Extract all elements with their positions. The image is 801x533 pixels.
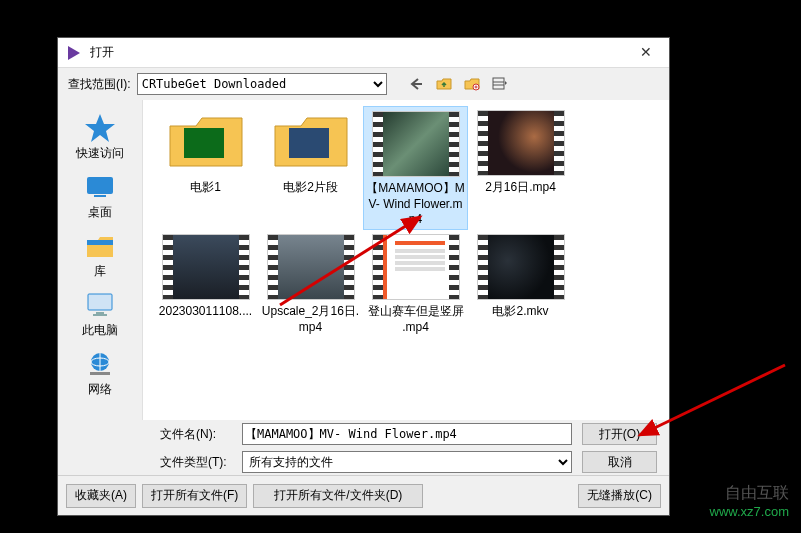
- cancel-button[interactable]: 取消: [582, 451, 657, 473]
- place-desktop[interactable]: 桌面: [65, 167, 135, 224]
- file-thumbnail: [372, 111, 460, 177]
- place-label: 快速访问: [65, 145, 135, 162]
- file-name: 202303011108....: [155, 304, 256, 320]
- place-label: 库: [65, 263, 135, 280]
- filename-row: 文件名(N): 打开(O): [148, 420, 669, 448]
- library-icon: [65, 229, 135, 263]
- svg-rect-20: [289, 128, 329, 158]
- new-folder-icon[interactable]: [461, 73, 483, 95]
- file-thumbnail: [477, 234, 565, 300]
- lookin-label: 查找范围(I):: [68, 76, 131, 93]
- place-label: 此电脑: [65, 322, 135, 339]
- svg-rect-19: [184, 128, 224, 158]
- filename-input[interactable]: [242, 423, 572, 445]
- svg-rect-10: [94, 195, 106, 197]
- back-icon[interactable]: [405, 73, 427, 95]
- file-name: 【MAMAMOO】MV- Wind Flower.mp4: [366, 181, 465, 223]
- app-play-icon: [66, 45, 82, 61]
- file-name: 电影2片段: [260, 180, 361, 196]
- view-menu-icon[interactable]: [489, 73, 511, 95]
- file-thumbnail: [477, 110, 565, 176]
- bottom-toolbar: 收藏夹(A) 打开所有文件(F) 打开所有文件/文件夹(D) 无缝播放(C): [58, 475, 669, 515]
- close-icon[interactable]: ✕: [631, 41, 661, 65]
- file-item[interactable]: 电影2片段: [258, 106, 363, 230]
- file-list-pane[interactable]: 电影1电影2片段【MAMAMOO】MV- Wind Flower.mp42月16…: [143, 100, 669, 420]
- places-sidebar: 快速访问 桌面 库 此电脑 网络: [58, 100, 143, 420]
- svg-marker-8: [85, 114, 115, 142]
- filetype-label: 文件类型(T):: [160, 454, 232, 471]
- svg-rect-5: [493, 78, 504, 89]
- open-all-files-folders-button[interactable]: 打开所有文件/文件夹(D): [253, 484, 423, 508]
- place-network[interactable]: 网络: [65, 344, 135, 401]
- place-libraries[interactable]: 库: [65, 226, 135, 283]
- lookin-row: 查找范围(I): CRTubeGet Downloaded: [58, 68, 669, 100]
- svg-rect-12: [88, 294, 112, 310]
- place-label: 网络: [65, 381, 135, 398]
- open-file-dialog: 打开 ✕ 查找范围(I): CRTubeGet Downloaded 快速访问: [57, 37, 670, 516]
- file-thumbnail: [372, 234, 460, 300]
- watermark: 自由互联 www.xz7.com: [710, 483, 789, 521]
- file-name: 登山赛车但是竖屏 .mp4: [365, 304, 466, 335]
- up-folder-icon[interactable]: [433, 73, 455, 95]
- svg-rect-11: [87, 240, 113, 245]
- file-item[interactable]: 电影1: [153, 106, 258, 230]
- place-quick-access[interactable]: 快速访问: [65, 108, 135, 165]
- svg-rect-9: [87, 177, 113, 194]
- svg-rect-18: [90, 372, 110, 375]
- window-title: 打开: [90, 44, 631, 61]
- open-button[interactable]: 打开(O): [582, 423, 657, 445]
- svg-rect-13: [96, 312, 104, 314]
- file-item[interactable]: 202303011108....: [153, 230, 258, 341]
- watermark-text: 自由互联: [710, 483, 789, 504]
- file-item[interactable]: 2月16日.mp4: [468, 106, 573, 230]
- open-all-files-button[interactable]: 打开所有文件(F): [142, 484, 247, 508]
- file-thumbnail: [267, 234, 355, 300]
- lookin-dropdown[interactable]: CRTubeGet Downloaded: [137, 73, 387, 95]
- file-thumbnail: [162, 234, 250, 300]
- network-icon: [65, 347, 135, 381]
- titlebar: 打开 ✕: [58, 38, 669, 68]
- pc-icon: [65, 288, 135, 322]
- file-item[interactable]: 【MAMAMOO】MV- Wind Flower.mp4: [363, 106, 468, 230]
- svg-rect-14: [93, 314, 107, 316]
- favorites-button[interactable]: 收藏夹(A): [66, 484, 136, 508]
- file-name: Upscale_2月16日.mp4: [260, 304, 361, 335]
- file-item[interactable]: 电影2.mkv: [468, 230, 573, 341]
- file-name: 电影1: [155, 180, 256, 196]
- desktop-icon: [65, 170, 135, 204]
- filetype-dropdown[interactable]: 所有支持的文件: [242, 451, 572, 473]
- file-thumbnail: [162, 110, 250, 176]
- watermark-url: www.xz7.com: [710, 504, 789, 521]
- place-label: 桌面: [65, 204, 135, 221]
- file-item[interactable]: Upscale_2月16日.mp4: [258, 230, 363, 341]
- place-this-pc[interactable]: 此电脑: [65, 285, 135, 342]
- file-thumbnail: [267, 110, 355, 176]
- file-item[interactable]: 登山赛车但是竖屏 .mp4: [363, 230, 468, 341]
- file-name: 2月16日.mp4: [470, 180, 571, 196]
- filename-label: 文件名(N):: [160, 426, 232, 443]
- file-name: 电影2.mkv: [470, 304, 571, 320]
- seamless-play-button[interactable]: 无缝播放(C): [578, 484, 661, 508]
- star-icon: [65, 111, 135, 145]
- filetype-row: 文件类型(T): 所有支持的文件 取消: [148, 448, 669, 476]
- svg-marker-0: [68, 46, 80, 60]
